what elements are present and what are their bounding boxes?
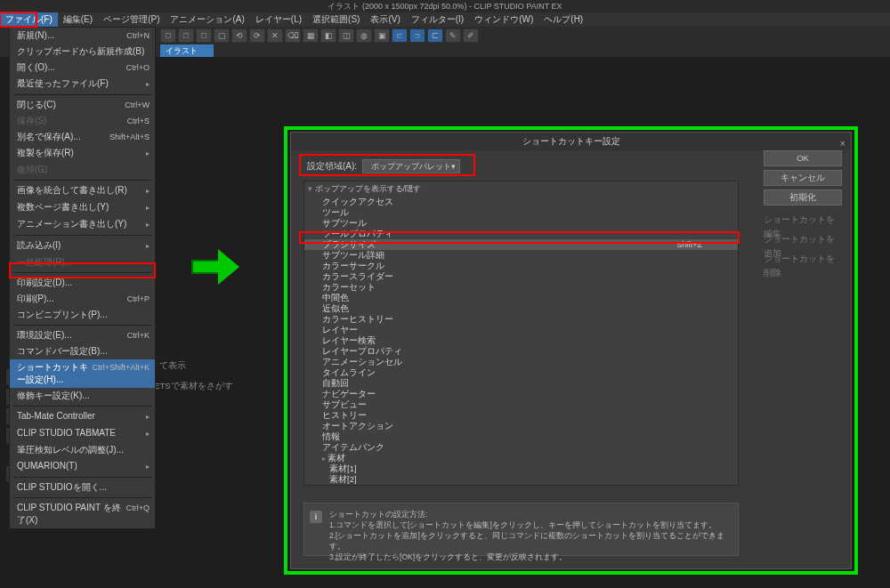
menu-ファイル(F)[interactable]: ファイル(F) xyxy=(0,12,58,27)
cancel-button[interactable]: キャンセル xyxy=(764,170,842,186)
file-menu-item[interactable]: 閉じる(C)Ctrl+W xyxy=(10,97,155,113)
toolbar-btn[interactable]: □ xyxy=(178,28,194,43)
shortcut-add-button[interactable]: ショートカットを追加 xyxy=(764,232,842,246)
reset-button[interactable]: 初期化 xyxy=(764,189,842,205)
tree-item-label: ヒストリー xyxy=(322,410,367,421)
toolbar-btn[interactable]: ⟲ xyxy=(231,28,247,43)
tree-item-label: 素材[1] xyxy=(329,463,357,474)
toolbar-btn[interactable]: ✎ xyxy=(445,28,461,43)
tree-item[interactable]: タイムライン xyxy=(304,367,738,378)
toolbar-btn[interactable]: ✕ xyxy=(267,28,283,43)
tree-item[interactable]: 近似色 xyxy=(304,303,738,314)
file-menu-item[interactable]: 最近使ったファイル(F) xyxy=(10,76,155,93)
toolbar-btn[interactable]: □ xyxy=(196,28,212,43)
menu-ウィンドウ(W)[interactable]: ウィンドウ(W) xyxy=(469,12,538,27)
tree-item[interactable]: アニメーションセル xyxy=(304,357,738,367)
file-menu-item[interactable]: コンビニプリント(P)... xyxy=(10,307,155,323)
menu-item-shortcut: Ctrl+W xyxy=(125,99,150,111)
tree-item[interactable]: ヒストリー xyxy=(304,410,738,421)
tree-item[interactable]: 素材[2] xyxy=(304,474,738,485)
file-menu-item[interactable]: 複製を保存(R) xyxy=(10,145,155,162)
toolbar-btn[interactable]: ◧ xyxy=(320,28,336,43)
file-menu-item[interactable]: 複数ページ書き出し(Y) xyxy=(10,199,155,216)
toolbar-btn[interactable]: ◫ xyxy=(338,28,354,43)
menu-表示(V)[interactable]: 表示(V) xyxy=(365,12,405,27)
toolbar-btn[interactable]: ▦ xyxy=(303,28,319,43)
tree-item[interactable]: カラースライダー xyxy=(304,271,738,282)
toolbar-btn[interactable]: ⊏ xyxy=(427,28,443,43)
shortcut-tree[interactable]: ▾ ポップアップを表示する/隠す クイックアクセスツールサブツールツールプロパテ… xyxy=(303,181,739,486)
menu-選択範囲(S)[interactable]: 選択範囲(S) xyxy=(307,12,365,27)
file-menu-item[interactable]: CLIP STUDIOを開く... xyxy=(10,479,155,495)
tree-item[interactable]: サブツール詳細 xyxy=(304,250,738,261)
tree-item[interactable]: ブラシサイズShift+Z xyxy=(304,239,738,250)
shortcut-edit-button[interactable]: ショートカットを編集 xyxy=(764,213,842,227)
toolbar-btn[interactable]: ⊂ xyxy=(392,28,408,43)
file-menu-item[interactable]: 画像を統合して書き出し(R) xyxy=(10,182,155,199)
file-menu-item[interactable]: CLIP STUDIO PAINT を終了(X)Ctrl+Q xyxy=(10,500,155,528)
tree-item[interactable]: クイックアクセス xyxy=(304,197,738,207)
menu-レイヤー(L)[interactable]: レイヤー(L) xyxy=(250,12,307,27)
dialog-button-col: OK キャンセル 初期化 xyxy=(764,150,842,205)
toolbar-btn[interactable]: □ xyxy=(160,28,176,43)
file-menu-item[interactable]: 筆圧検知レベルの調整(J)... xyxy=(10,442,155,458)
menu-フィルター(I)[interactable]: フィルター(I) xyxy=(406,12,469,27)
file-menu-item[interactable]: 印刷設定(D)... xyxy=(10,275,155,291)
tree-item[interactable]: アイテムバンク xyxy=(304,442,738,453)
tree-item[interactable]: レイヤー xyxy=(304,325,738,335)
tree-item[interactable]: レイヤープロパティ xyxy=(304,346,738,357)
file-menu-item[interactable]: アニメーション書き出し(Y) xyxy=(10,216,155,233)
tree-item[interactable]: オートアクション xyxy=(304,421,738,431)
ok-button[interactable]: OK xyxy=(764,150,842,166)
file-menu-item[interactable]: 印刷(P)...Ctrl+P xyxy=(10,291,155,307)
toolbar-btn[interactable]: ⌫ xyxy=(285,28,301,43)
toolbar-btn[interactable]: ⊃ xyxy=(409,28,425,43)
menu-item-shortcut: Ctrl+P xyxy=(127,293,150,305)
setting-area-combo[interactable]: ポップアップパレット xyxy=(362,159,460,173)
file-menu-item[interactable]: 読み込み(I) xyxy=(10,238,155,254)
file-menu-item[interactable]: 別名で保存(A)...Shift+Alt+S xyxy=(10,129,155,145)
tree-group-header[interactable]: ▾ ポップアップを表示する/隠す xyxy=(304,181,738,197)
menu-item-label: アニメーション書き出し(Y) xyxy=(17,218,126,231)
tree-item[interactable]: ツールプロパティ xyxy=(304,229,738,239)
file-menu-item[interactable]: 新規(N)...Ctrl+N xyxy=(10,28,155,44)
menu-item-label: 復帰(G) xyxy=(17,164,47,176)
file-menu-item[interactable]: Tab-Mate Controller xyxy=(10,408,155,425)
file-menu-item[interactable]: QUMARION(T) xyxy=(10,458,155,475)
toolbar-btn[interactable]: ▢ xyxy=(214,28,230,43)
menu-ヘルプ(H)[interactable]: ヘルプ(H) xyxy=(538,12,588,27)
menu-ページ管理(P)[interactable]: ページ管理(P) xyxy=(98,12,165,27)
file-menu-item[interactable]: コマンドバー設定(B)... xyxy=(10,343,155,359)
file-menu-item[interactable]: ショートカットキー設定(H)...Ctrl+Shift+Alt+K xyxy=(10,359,155,388)
submenu-arrow-icon xyxy=(146,147,150,160)
tree-item[interactable]: 自動回 xyxy=(304,378,738,389)
tree-item[interactable]: ツール xyxy=(304,207,738,218)
menu-item-label: コマンドバー設定(B)... xyxy=(17,345,108,358)
menu-item-label: 修飾キー設定(K)... xyxy=(17,390,90,402)
menu-アニメーション(A)[interactable]: アニメーション(A) xyxy=(165,12,249,27)
tree-item[interactable]: 情報 xyxy=(304,431,738,442)
tree-item[interactable]: カラーヒストリー xyxy=(304,314,738,325)
document-tab[interactable]: イラスト xyxy=(160,44,214,57)
shortcut-delete-button[interactable]: ショートカットを削除 xyxy=(764,252,842,266)
tree-item[interactable]: カラーセット xyxy=(304,282,738,293)
file-menu-item[interactable]: 開く(O)...Ctrl+O xyxy=(10,60,155,76)
tree-item[interactable]: 素材[1] xyxy=(304,463,738,474)
menu-編集(E)[interactable]: 編集(E) xyxy=(58,12,98,27)
tree-item[interactable]: レイヤー検索 xyxy=(304,335,738,346)
file-menu-item[interactable]: CLIP STUDIO TABMATE xyxy=(10,425,155,442)
tree-item[interactable]: サブツール xyxy=(304,218,738,229)
close-icon[interactable]: × xyxy=(840,134,846,152)
file-menu-item[interactable]: クリップボードから新規作成(B) xyxy=(10,44,155,60)
file-menu-item[interactable]: 環境設定(E)...Ctrl+K xyxy=(10,327,155,343)
tree-item[interactable]: 中間色 xyxy=(304,293,738,303)
toolbar-btn[interactable]: ◍ xyxy=(356,28,372,43)
tree-item[interactable]: カラーサークル xyxy=(304,261,738,271)
tree-item[interactable]: 素材 xyxy=(304,453,738,463)
toolbar-btn[interactable]: ▣ xyxy=(374,28,390,43)
tree-item[interactable]: ナビゲーター xyxy=(304,389,738,399)
file-menu-item[interactable]: 修飾キー設定(K)... xyxy=(10,388,155,404)
toolbar-btn[interactable]: ✐ xyxy=(463,28,479,43)
tree-item[interactable]: サブビュー xyxy=(304,399,738,410)
toolbar-btn[interactable]: ⟳ xyxy=(249,28,265,43)
